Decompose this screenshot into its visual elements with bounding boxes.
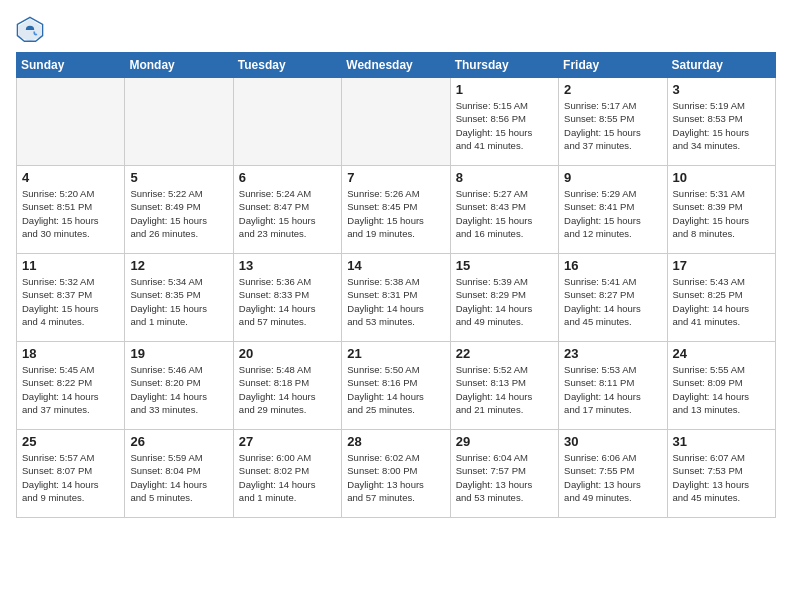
calendar-cell: 7Sunrise: 5:26 AMSunset: 8:45 PMDaylight… [342,166,450,254]
calendar-cell: 28Sunrise: 6:02 AMSunset: 8:00 PMDayligh… [342,430,450,518]
day-number: 25 [22,434,119,449]
day-info: Sunrise: 5:52 AMSunset: 8:13 PMDaylight:… [456,363,553,416]
weekday-header-thursday: Thursday [450,53,558,78]
calendar-cell: 15Sunrise: 5:39 AMSunset: 8:29 PMDayligh… [450,254,558,342]
day-number: 13 [239,258,336,273]
weekday-header-friday: Friday [559,53,667,78]
day-number: 10 [673,170,770,185]
day-info: Sunrise: 5:38 AMSunset: 8:31 PMDaylight:… [347,275,444,328]
day-info: Sunrise: 5:17 AMSunset: 8:55 PMDaylight:… [564,99,661,152]
day-info: Sunrise: 6:00 AMSunset: 8:02 PMDaylight:… [239,451,336,504]
day-info: Sunrise: 6:07 AMSunset: 7:53 PMDaylight:… [673,451,770,504]
calendar-cell: 3Sunrise: 5:19 AMSunset: 8:53 PMDaylight… [667,78,775,166]
calendar-cell: 6Sunrise: 5:24 AMSunset: 8:47 PMDaylight… [233,166,341,254]
day-info: Sunrise: 5:29 AMSunset: 8:41 PMDaylight:… [564,187,661,240]
calendar-week-row: 25Sunrise: 5:57 AMSunset: 8:07 PMDayligh… [17,430,776,518]
calendar-cell: 1Sunrise: 5:15 AMSunset: 8:56 PMDaylight… [450,78,558,166]
calendar-cell: 31Sunrise: 6:07 AMSunset: 7:53 PMDayligh… [667,430,775,518]
day-info: Sunrise: 5:24 AMSunset: 8:47 PMDaylight:… [239,187,336,240]
calendar-cell: 21Sunrise: 5:50 AMSunset: 8:16 PMDayligh… [342,342,450,430]
weekday-header-tuesday: Tuesday [233,53,341,78]
weekday-header-monday: Monday [125,53,233,78]
day-info: Sunrise: 5:46 AMSunset: 8:20 PMDaylight:… [130,363,227,416]
day-number: 1 [456,82,553,97]
calendar-cell: 26Sunrise: 5:59 AMSunset: 8:04 PMDayligh… [125,430,233,518]
weekday-header-row: SundayMondayTuesdayWednesdayThursdayFrid… [17,53,776,78]
weekday-header-wednesday: Wednesday [342,53,450,78]
day-number: 4 [22,170,119,185]
weekday-header-saturday: Saturday [667,53,775,78]
calendar-cell: 9Sunrise: 5:29 AMSunset: 8:41 PMDaylight… [559,166,667,254]
day-info: Sunrise: 5:43 AMSunset: 8:25 PMDaylight:… [673,275,770,328]
calendar-cell: 4Sunrise: 5:20 AMSunset: 8:51 PMDaylight… [17,166,125,254]
day-number: 22 [456,346,553,361]
day-number: 27 [239,434,336,449]
calendar-cell: 18Sunrise: 5:45 AMSunset: 8:22 PMDayligh… [17,342,125,430]
day-info: Sunrise: 5:20 AMSunset: 8:51 PMDaylight:… [22,187,119,240]
calendar-cell: 22Sunrise: 5:52 AMSunset: 8:13 PMDayligh… [450,342,558,430]
logo-icon [16,16,44,44]
calendar-cell: 11Sunrise: 5:32 AMSunset: 8:37 PMDayligh… [17,254,125,342]
day-number: 6 [239,170,336,185]
day-info: Sunrise: 5:19 AMSunset: 8:53 PMDaylight:… [673,99,770,152]
day-info: Sunrise: 5:27 AMSunset: 8:43 PMDaylight:… [456,187,553,240]
calendar-cell: 8Sunrise: 5:27 AMSunset: 8:43 PMDaylight… [450,166,558,254]
day-info: Sunrise: 5:50 AMSunset: 8:16 PMDaylight:… [347,363,444,416]
day-number: 8 [456,170,553,185]
calendar-cell: 27Sunrise: 6:00 AMSunset: 8:02 PMDayligh… [233,430,341,518]
day-info: Sunrise: 5:59 AMSunset: 8:04 PMDaylight:… [130,451,227,504]
calendar-week-row: 11Sunrise: 5:32 AMSunset: 8:37 PMDayligh… [17,254,776,342]
day-number: 28 [347,434,444,449]
day-info: Sunrise: 5:48 AMSunset: 8:18 PMDaylight:… [239,363,336,416]
calendar-week-row: 4Sunrise: 5:20 AMSunset: 8:51 PMDaylight… [17,166,776,254]
calendar-cell: 29Sunrise: 6:04 AMSunset: 7:57 PMDayligh… [450,430,558,518]
day-number: 26 [130,434,227,449]
calendar-cell: 17Sunrise: 5:43 AMSunset: 8:25 PMDayligh… [667,254,775,342]
day-number: 21 [347,346,444,361]
calendar-table: SundayMondayTuesdayWednesdayThursdayFrid… [16,52,776,518]
calendar-cell: 30Sunrise: 6:06 AMSunset: 7:55 PMDayligh… [559,430,667,518]
day-number: 30 [564,434,661,449]
calendar-week-row: 18Sunrise: 5:45 AMSunset: 8:22 PMDayligh… [17,342,776,430]
day-number: 15 [456,258,553,273]
day-info: Sunrise: 5:39 AMSunset: 8:29 PMDaylight:… [456,275,553,328]
calendar-cell: 23Sunrise: 5:53 AMSunset: 8:11 PMDayligh… [559,342,667,430]
day-info: Sunrise: 5:22 AMSunset: 8:49 PMDaylight:… [130,187,227,240]
day-number: 31 [673,434,770,449]
day-info: Sunrise: 5:31 AMSunset: 8:39 PMDaylight:… [673,187,770,240]
calendar-cell [17,78,125,166]
calendar-cell: 24Sunrise: 5:55 AMSunset: 8:09 PMDayligh… [667,342,775,430]
day-info: Sunrise: 5:55 AMSunset: 8:09 PMDaylight:… [673,363,770,416]
day-number: 3 [673,82,770,97]
calendar-cell: 20Sunrise: 5:48 AMSunset: 8:18 PMDayligh… [233,342,341,430]
day-number: 24 [673,346,770,361]
day-number: 2 [564,82,661,97]
page-header [16,16,776,44]
day-info: Sunrise: 5:15 AMSunset: 8:56 PMDaylight:… [456,99,553,152]
day-number: 7 [347,170,444,185]
calendar-cell: 12Sunrise: 5:34 AMSunset: 8:35 PMDayligh… [125,254,233,342]
day-info: Sunrise: 5:34 AMSunset: 8:35 PMDaylight:… [130,275,227,328]
day-info: Sunrise: 5:41 AMSunset: 8:27 PMDaylight:… [564,275,661,328]
calendar-cell: 16Sunrise: 5:41 AMSunset: 8:27 PMDayligh… [559,254,667,342]
calendar-cell: 25Sunrise: 5:57 AMSunset: 8:07 PMDayligh… [17,430,125,518]
day-info: Sunrise: 5:32 AMSunset: 8:37 PMDaylight:… [22,275,119,328]
day-number: 23 [564,346,661,361]
day-info: Sunrise: 5:53 AMSunset: 8:11 PMDaylight:… [564,363,661,416]
day-info: Sunrise: 5:57 AMSunset: 8:07 PMDaylight:… [22,451,119,504]
day-info: Sunrise: 5:36 AMSunset: 8:33 PMDaylight:… [239,275,336,328]
day-number: 16 [564,258,661,273]
day-info: Sunrise: 6:04 AMSunset: 7:57 PMDaylight:… [456,451,553,504]
calendar-cell: 19Sunrise: 5:46 AMSunset: 8:20 PMDayligh… [125,342,233,430]
calendar-cell: 10Sunrise: 5:31 AMSunset: 8:39 PMDayligh… [667,166,775,254]
calendar-cell: 5Sunrise: 5:22 AMSunset: 8:49 PMDaylight… [125,166,233,254]
day-number: 12 [130,258,227,273]
day-info: Sunrise: 6:02 AMSunset: 8:00 PMDaylight:… [347,451,444,504]
day-number: 18 [22,346,119,361]
calendar-week-row: 1Sunrise: 5:15 AMSunset: 8:56 PMDaylight… [17,78,776,166]
day-info: Sunrise: 6:06 AMSunset: 7:55 PMDaylight:… [564,451,661,504]
calendar-cell [233,78,341,166]
calendar-cell: 13Sunrise: 5:36 AMSunset: 8:33 PMDayligh… [233,254,341,342]
day-number: 20 [239,346,336,361]
calendar-cell: 14Sunrise: 5:38 AMSunset: 8:31 PMDayligh… [342,254,450,342]
